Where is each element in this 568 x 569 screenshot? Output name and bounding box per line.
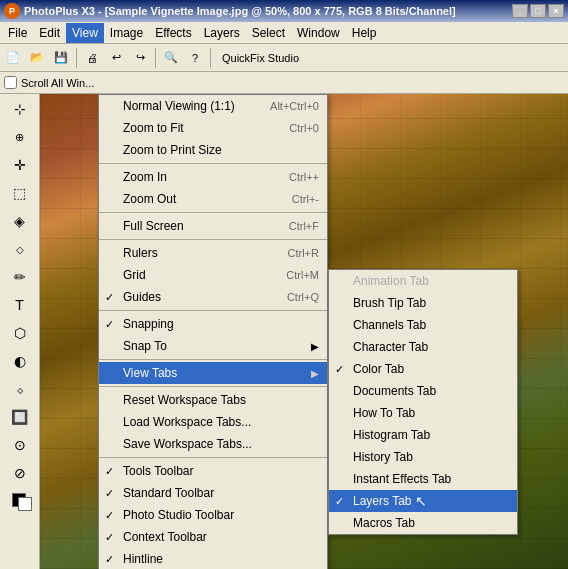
scroll-all-checkbox[interactable] (4, 76, 17, 89)
canvas-area: Normal Viewing (1:1) Alt+Ctrl+0 Zoom to … (40, 94, 568, 569)
submenu-macros-tab[interactable]: Macros Tab (329, 512, 517, 534)
main-content: ⊹ ⊕ ✛ ⬚ ◈ ◇ ✏ T ⬡ ◐ ⬦ 🔲 ⊙ ⊘ Normal Viewi… (0, 94, 568, 569)
menu-hintline[interactable]: ✓ Hintline (99, 548, 327, 569)
menu-bar: File Edit View Image Effects Layers Sele… (0, 22, 568, 44)
menu-zoom-fit[interactable]: Zoom to Fit Ctrl+0 (99, 117, 327, 139)
scroll-all-label: Scroll All Win... (21, 77, 94, 89)
sep-2 (99, 212, 327, 213)
submenu-how-to-tab[interactable]: How To Tab (329, 402, 517, 424)
tool-magic-wand[interactable]: ◇ (5, 236, 35, 262)
menu-standard-toolbar[interactable]: ✓ Standard Toolbar (99, 482, 327, 504)
tool-fill[interactable]: ⬦ (5, 376, 35, 402)
menu-layers[interactable]: Layers (198, 23, 246, 43)
tool-text[interactable]: T (5, 292, 35, 318)
view-tabs-submenu: Animation Tab Brush Tip Tab Channels Tab… (328, 269, 518, 535)
menu-view[interactable]: View (66, 23, 104, 43)
zoom-in-btn[interactable]: 🔍 (160, 47, 182, 69)
menu-photo-studio[interactable]: ✓ Photo Studio Toolbar (99, 504, 327, 526)
new-btn[interactable]: 📄 (2, 47, 24, 69)
view-menu-dropdown: Normal Viewing (1:1) Alt+Ctrl+0 Zoom to … (98, 94, 328, 569)
menu-load-workspace[interactable]: Load Workspace Tabs... (99, 411, 327, 433)
tool-rect-select[interactable]: ⬚ (5, 180, 35, 206)
tool-lasso[interactable]: ◈ (5, 208, 35, 234)
menu-reset-workspace[interactable]: Reset Workspace Tabs (99, 389, 327, 411)
menu-normal-view[interactable]: Normal Viewing (1:1) Alt+Ctrl+0 (99, 95, 327, 117)
submenu-brush-tip-tab[interactable]: Brush Tip Tab (329, 292, 517, 314)
menu-edit[interactable]: Edit (33, 23, 66, 43)
title-text: PhotoPlus X3 - [Sample Vignette Image.jp… (24, 5, 456, 17)
redo-btn[interactable]: ↪ (129, 47, 151, 69)
toolbar-sep-3 (210, 48, 211, 68)
submenu-layers-tab[interactable]: ✓ Layers Tab ↖ (329, 490, 517, 512)
main-toolbar: 📄 📂 💾 🖨 ↩ ↪ 🔍 ? QuickFix Studio (0, 44, 568, 72)
submenu-instant-effects-tab[interactable]: Instant Effects Tab (329, 468, 517, 490)
left-toolbar: ⊹ ⊕ ✛ ⬚ ◈ ◇ ✏ T ⬡ ◐ ⬦ 🔲 ⊙ ⊘ (0, 94, 40, 569)
toolbar-sep-1 (76, 48, 77, 68)
tool-eyedropper[interactable]: ⊘ (5, 460, 35, 486)
tool-colors[interactable] (5, 488, 35, 514)
menu-effects[interactable]: Effects (149, 23, 197, 43)
sep-6 (99, 386, 327, 387)
tool-clone[interactable]: ⊙ (5, 432, 35, 458)
minimize-btn[interactable]: _ (512, 4, 528, 18)
tool-eraser[interactable]: ◐ (5, 348, 35, 374)
menu-file[interactable]: File (2, 23, 33, 43)
open-btn[interactable]: 📂 (26, 47, 48, 69)
maximize-btn[interactable]: □ (530, 4, 546, 18)
menu-rulers[interactable]: Rulers Ctrl+R (99, 242, 327, 264)
menu-context-toolbar[interactable]: ✓ Context Toolbar (99, 526, 327, 548)
menu-help[interactable]: Help (346, 23, 383, 43)
sep-3 (99, 239, 327, 240)
submenu-animation-tab[interactable]: Animation Tab (329, 270, 517, 292)
scroll-area: Scroll All Win... (0, 72, 568, 94)
close-btn[interactable]: × (548, 4, 564, 18)
save-btn[interactable]: 💾 (50, 47, 72, 69)
menu-zoom-in[interactable]: Zoom In Ctrl++ (99, 166, 327, 188)
menu-snapping[interactable]: ✓ Snapping (99, 313, 327, 335)
sep-5 (99, 359, 327, 360)
tool-dodge[interactable]: 🔲 (5, 404, 35, 430)
menu-tools-toolbar[interactable]: ✓ Tools Toolbar (99, 460, 327, 482)
title-bar: P PhotoPlus X3 - [Sample Vignette Image.… (0, 0, 568, 22)
submenu-color-tab[interactable]: ✓ Color Tab (329, 358, 517, 380)
sep-4 (99, 310, 327, 311)
menu-zoom-out[interactable]: Zoom Out Ctrl+- (99, 188, 327, 210)
tool-paint[interactable]: ⬡ (5, 320, 35, 346)
menu-guides[interactable]: ✓ Guides Ctrl+Q (99, 286, 327, 308)
menu-view-tabs[interactable]: View Tabs ▶ (99, 362, 327, 384)
tool-pen[interactable]: ✏ (5, 264, 35, 290)
tool-move[interactable]: ✛ (5, 152, 35, 178)
submenu-channels-tab[interactable]: Channels Tab (329, 314, 517, 336)
submenu-documents-tab[interactable]: Documents Tab (329, 380, 517, 402)
menu-image[interactable]: Image (104, 23, 149, 43)
toolbar-sep-2 (155, 48, 156, 68)
help-btn[interactable]: ? (184, 47, 206, 69)
quickfix-btn[interactable]: QuickFix Studio (215, 47, 306, 69)
menu-zoom-print[interactable]: Zoom to Print Size (99, 139, 327, 161)
menu-full-screen[interactable]: Full Screen Ctrl+F (99, 215, 327, 237)
undo-btn[interactable]: ↩ (105, 47, 127, 69)
print-btn[interactable]: 🖨 (81, 47, 103, 69)
menu-snap-to[interactable]: Snap To ▶ (99, 335, 327, 357)
menu-window[interactable]: Window (291, 23, 346, 43)
menu-save-workspace[interactable]: Save Workspace Tabs... (99, 433, 327, 455)
tool-select[interactable]: ⊹ (5, 96, 35, 122)
submenu-history-tab[interactable]: History Tab (329, 446, 517, 468)
tool-zoom[interactable]: ⊕ (5, 124, 35, 150)
submenu-character-tab[interactable]: Character Tab (329, 336, 517, 358)
menu-grid[interactable]: Grid Ctrl+M (99, 264, 327, 286)
submenu-histogram-tab[interactable]: Histogram Tab (329, 424, 517, 446)
menu-select[interactable]: Select (246, 23, 291, 43)
app-icon: P (4, 3, 20, 19)
sep-1 (99, 163, 327, 164)
title-bar-controls: _ □ × (512, 4, 564, 18)
sep-7 (99, 457, 327, 458)
